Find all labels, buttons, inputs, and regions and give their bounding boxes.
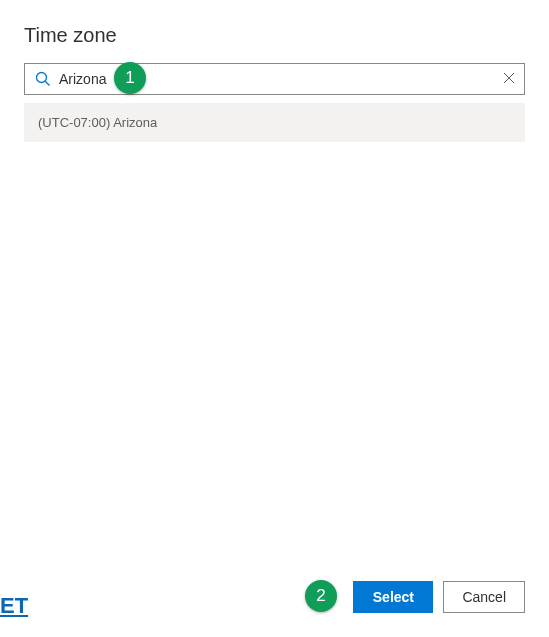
clear-search-button[interactable]: [494, 64, 524, 94]
cancel-button[interactable]: Cancel: [443, 581, 525, 613]
time-zone-panel: Time zone (UTC-07:00) Arizona: [0, 0, 549, 637]
panel-header: Time zone: [0, 0, 549, 63]
panel-content: (UTC-07:00) Arizona: [0, 63, 549, 565]
search-input[interactable]: [51, 64, 494, 94]
watermark-logo: ET: [0, 593, 28, 619]
list-item[interactable]: (UTC-07:00) Arizona: [24, 103, 525, 142]
select-button[interactable]: Select: [353, 581, 433, 613]
svg-point-0: [37, 73, 47, 83]
svg-line-1: [45, 81, 49, 85]
panel-title: Time zone: [24, 24, 525, 47]
search-box[interactable]: [24, 63, 525, 95]
search-icon: [35, 71, 51, 87]
close-icon: [503, 71, 515, 87]
panel-footer: Select Cancel: [0, 565, 549, 637]
results-list: (UTC-07:00) Arizona: [24, 103, 525, 142]
